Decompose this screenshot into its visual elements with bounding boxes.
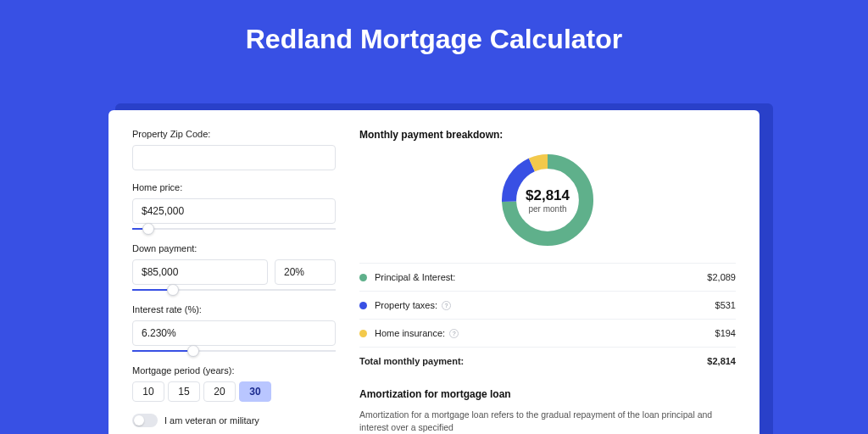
home-price-input[interactable]: [132, 198, 336, 224]
period-option-10[interactable]: 10: [132, 381, 164, 402]
mortgage-period-group: 10152030: [132, 381, 336, 402]
page-title: Redland Mortgage Calculator: [0, 0, 868, 55]
total-label: Total monthly payment:: [359, 356, 707, 366]
legend-total-row: Total monthly payment:$2,814: [359, 348, 736, 375]
interest-rate-label: Interest rate (%):: [132, 304, 336, 314]
interest-rate-slider[interactable]: [132, 343, 336, 359]
donut-chart: $2,814 per month: [359, 149, 736, 251]
legend-label: Home insurance:?: [375, 328, 715, 338]
veteran-toggle[interactable]: [132, 414, 158, 427]
zip-label: Property Zip Code:: [132, 129, 336, 139]
mortgage-period-label: Mortgage period (years):: [132, 365, 336, 376]
legend-label: Property taxes:?: [375, 300, 715, 310]
legend-dot-icon: [359, 330, 367, 337]
down-payment-slider[interactable]: [132, 282, 336, 298]
amortization-body: Amortization for a mortgage loan refers …: [359, 409, 736, 433]
down-payment-pct-input[interactable]: [275, 259, 336, 285]
zip-input[interactable]: [132, 145, 336, 170]
home-price-label: Home price:: [132, 182, 336, 192]
amortization-title: Amortization for mortgage loan: [359, 388, 736, 400]
calculator-panel: Property Zip Code: Home price: Down paym…: [108, 110, 760, 434]
legend-dot-icon: [359, 274, 367, 281]
period-option-20[interactable]: 20: [203, 381, 236, 402]
legend-value: $194: [715, 328, 736, 338]
down-payment-label: Down payment:: [132, 243, 336, 253]
donut-amount: $2,814: [526, 187, 570, 204]
home-price-slider[interactable]: [132, 221, 336, 236]
legend-dot-icon: [359, 302, 367, 309]
donut-sub: per month: [528, 204, 566, 214]
help-icon[interactable]: ?: [449, 329, 459, 338]
legend-row: Property taxes:?$531: [359, 292, 736, 320]
period-option-30[interactable]: 30: [239, 381, 271, 402]
legend-value: $2,089: [707, 272, 736, 282]
period-option-15[interactable]: 15: [168, 381, 200, 402]
legend-row: Principal & Interest:$2,089: [359, 264, 736, 292]
breakdown-column: Monthly payment breakdown: $2,814 per mo…: [359, 129, 736, 434]
legend-row: Home insurance:?$194: [359, 320, 736, 348]
legend-value: $531: [715, 300, 736, 310]
amortization-section: Amortization for mortgage loan Amortizat…: [359, 388, 736, 433]
veteran-label: I am veteran or military: [164, 415, 259, 426]
legend-label: Principal & Interest:: [375, 272, 707, 282]
legend: Principal & Interest:$2,089Property taxe…: [359, 263, 736, 375]
total-value: $2,814: [707, 356, 736, 366]
breakdown-title: Monthly payment breakdown:: [359, 129, 736, 141]
interest-rate-input[interactable]: [132, 320, 336, 346]
help-icon[interactable]: ?: [442, 301, 451, 310]
form-column: Property Zip Code: Home price: Down paym…: [132, 129, 336, 434]
down-payment-input[interactable]: [132, 259, 268, 285]
